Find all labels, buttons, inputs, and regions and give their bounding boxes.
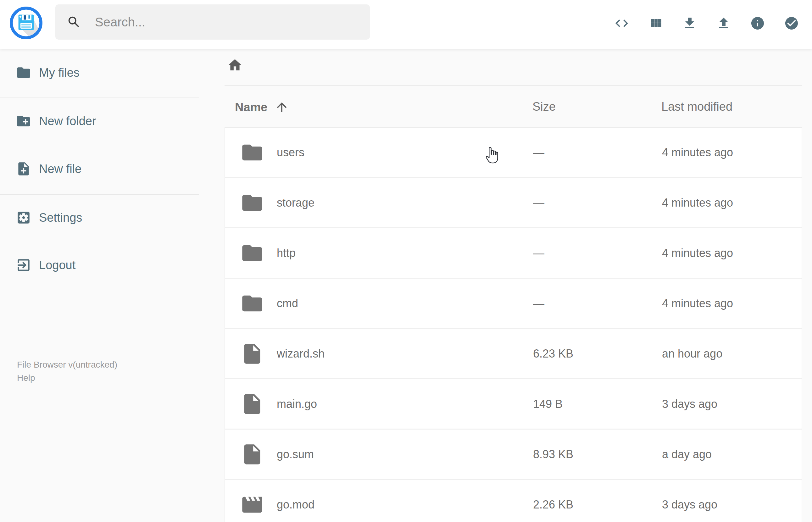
file-row[interactable]: users — 4 minutes ago [225,128,801,178]
folder-icon [16,65,32,80]
grid-view-button[interactable] [648,16,663,31]
file-size: — [533,246,544,260]
breadcrumb-home-button[interactable] [227,57,243,73]
code-icon [614,16,629,31]
file-modified: 3 days ago [662,498,717,511]
file-row[interactable]: main.go 149 B 3 days ago [225,379,801,429]
file-size: 149 B [533,398,563,411]
folder-icon [240,141,264,164]
file-name: users [277,146,304,159]
download-button[interactable] [682,16,697,31]
sidebar-footer: File Browser v(untracked) Help [17,359,117,384]
file-modified: a day ago [662,448,712,461]
column-header-name[interactable]: Name [235,100,289,115]
sidebar: My files New folder New file Settings Lo… [0,49,199,522]
create-new-folder-icon [16,113,32,129]
file-name: cmd [277,297,298,310]
info-icon [750,16,765,31]
sidebar-item-label: My files [39,66,80,80]
new-file-icon [16,161,32,177]
logout-icon [16,257,32,273]
sidebar-item-new-file[interactable]: New file [0,158,199,180]
breadcrumb-divider [225,85,802,86]
sidebar-item-settings[interactable]: Settings [0,206,199,229]
sidebar-item-label: Logout [39,259,76,272]
movie-icon [240,493,264,517]
file-modified: 3 days ago [662,398,717,411]
folder-icon [240,191,264,215]
settings-gear-icon [16,210,32,225]
file-name: go.sum [277,448,314,461]
file-modified: 4 minutes ago [662,146,733,159]
sidebar-item-logout[interactable]: Logout [0,254,199,276]
column-header-name-label: Name [235,101,268,114]
check-circle-icon [784,16,799,31]
header-toolbar [614,16,799,31]
file-row[interactable]: cmd — 4 minutes ago [225,279,801,329]
file-size: — [533,297,544,310]
file-row[interactable]: wizard.sh 6.23 KB an hour ago [225,329,801,379]
home-icon [227,57,243,73]
app-header [0,0,812,49]
column-header-last-modified[interactable]: Last modified [662,100,732,114]
sidebar-divider [0,194,199,195]
file-size: 8.93 KB [533,448,573,461]
sidebar-item-label: Settings [39,211,82,224]
file-name: storage [277,196,314,209]
file-icon [240,342,264,366]
sidebar-divider [0,97,199,98]
column-header-size[interactable]: Size [532,100,556,114]
app-version-text: File Browser v(untracked) [17,359,117,370]
file-icon [240,392,264,416]
file-size: 6.23 KB [533,347,573,360]
upload-icon [716,16,731,31]
file-modified: 4 minutes ago [662,246,733,260]
help-link[interactable]: Help [17,372,35,384]
arrow-up-icon [275,100,289,115]
sidebar-item-my-files[interactable]: My files [0,61,199,84]
file-name: main.go [277,398,317,411]
file-row[interactable]: go.sum 8.93 KB a day ago [225,429,801,480]
download-icon [682,16,697,31]
file-size: — [533,146,544,159]
file-modified: 4 minutes ago [662,297,733,310]
file-row[interactable]: storage — 4 minutes ago [225,178,801,228]
file-name: go.mod [277,498,314,511]
info-button[interactable] [750,16,765,31]
file-name: http [277,246,296,260]
file-icon [240,442,264,466]
sidebar-item-label: New file [39,162,81,176]
raw-code-view-button[interactable] [614,16,629,31]
search-icon[interactable] [67,15,81,29]
sidebar-item-new-folder[interactable]: New folder [0,110,199,133]
file-row[interactable]: http — 4 minutes ago [225,228,801,279]
file-size: — [533,196,544,209]
search-input[interactable] [95,15,359,29]
file-size: 2.26 KB [533,498,573,511]
sidebar-item-label: New folder [39,115,96,128]
file-listing: users — 4 minutes ago storage — 4 minute… [225,127,802,522]
folder-icon [240,292,264,315]
file-modified: an hour ago [662,347,723,360]
grid-view-icon [648,16,663,31]
select-multiple-button[interactable] [784,16,799,31]
upload-button[interactable] [716,16,731,31]
folder-icon [240,241,264,265]
search-bar [55,4,370,40]
file-row[interactable]: go.mod 2.26 KB 3 days ago [225,480,801,522]
file-name: wizard.sh [277,347,325,360]
file-modified: 4 minutes ago [662,196,733,209]
filebrowser-logo-icon [9,6,43,40]
